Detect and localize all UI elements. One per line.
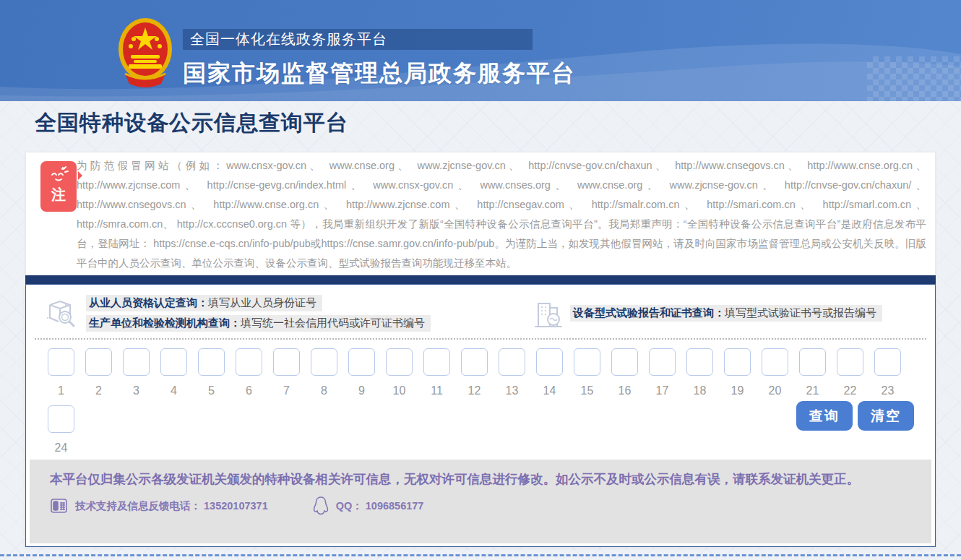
code-cell: 17 bbox=[649, 348, 676, 405]
code-cell: 2 bbox=[85, 348, 112, 405]
code-cell-number: 2 bbox=[85, 384, 112, 397]
pixel-cube-decoration bbox=[867, 56, 961, 101]
code-cell-number: 6 bbox=[236, 384, 262, 397]
code-cell: 16 bbox=[611, 348, 638, 405]
code-cell: 24 bbox=[48, 405, 74, 462]
code-cell-number: 5 bbox=[198, 384, 225, 397]
code-cell-number: 19 bbox=[724, 384, 751, 397]
code-cell-number: 12 bbox=[461, 384, 488, 397]
code-cell: 6 bbox=[236, 348, 262, 405]
code-input-box[interactable] bbox=[273, 348, 300, 376]
package-search-icon bbox=[44, 296, 77, 329]
qq-group: QQ： 1096856177 bbox=[313, 496, 424, 515]
code-cell-number: 7 bbox=[273, 384, 300, 397]
code-input-box[interactable] bbox=[48, 348, 74, 376]
equipment-query-instructions: 设备型式试验报告和证书查询：填写型式试验证书号或报告编号 bbox=[533, 296, 882, 329]
phone-label: 技术支持及信息反馈电话： bbox=[75, 499, 201, 513]
code-cell-number: 10 bbox=[386, 384, 413, 397]
code-input-box[interactable] bbox=[386, 348, 413, 376]
dotted-separator bbox=[35, 338, 926, 340]
code-input-box[interactable] bbox=[536, 348, 563, 376]
personnel-query-hint: 填写从业人员身份证号 bbox=[208, 296, 316, 309]
code-input-box[interactable] bbox=[48, 405, 74, 433]
anti-fake-notice-panel: 注 为防范假冒网站（例如：www.cnsx-gov.cn、 www.cnse.o… bbox=[25, 152, 936, 275]
code-cell: 4 bbox=[160, 348, 187, 405]
qq-penguin-icon bbox=[313, 496, 329, 515]
code-input-box[interactable] bbox=[874, 348, 901, 376]
code-input-box[interactable] bbox=[123, 348, 150, 376]
equipment-query-line: 设备型式试验报告和证书查询：填写型式试验证书号或报告编号 bbox=[570, 305, 882, 322]
code-cell: 3 bbox=[123, 348, 150, 405]
phone-number: 13520107371 bbox=[204, 500, 268, 512]
code-cell-number: 20 bbox=[762, 384, 788, 397]
code-input-box[interactable] bbox=[762, 348, 788, 376]
code-cell: 7 bbox=[273, 348, 300, 405]
code-input-box[interactable] bbox=[461, 348, 488, 376]
code-cell: 12 bbox=[461, 348, 488, 405]
personnel-query-instructions: 从业人员资格认定查询：填写从业人员身份证号 生产单位和检验检测机构查询：填写统一… bbox=[44, 295, 431, 332]
code-input-box[interactable] bbox=[686, 348, 713, 376]
query-instructions: 从业人员资格认定查询：填写从业人员身份证号 生产单位和检验检测机构查询：填写统一… bbox=[44, 290, 917, 335]
code-cell-number: 16 bbox=[611, 384, 638, 397]
disclaimer-footer: 本平台仅归集公示各级发证机关颁发的特种设备相关许可信息，无权对许可信息进行修改。… bbox=[30, 460, 931, 543]
code-cell: 9 bbox=[348, 348, 375, 405]
fax-phone-icon bbox=[50, 497, 68, 514]
code-cell-number: 21 bbox=[799, 384, 826, 397]
code-cell-number: 14 bbox=[536, 384, 563, 397]
unit-query-line: 生产单位和检验检测机构查询：填写统一社会信用代码或许可证书编号 bbox=[86, 315, 431, 332]
code-cell-number: 24 bbox=[48, 441, 74, 455]
clear-button[interactable]: 清空 bbox=[858, 401, 914, 431]
code-input-box[interactable] bbox=[649, 348, 676, 376]
code-input-box[interactable] bbox=[423, 348, 450, 376]
code-input-box[interactable] bbox=[160, 348, 187, 376]
notice-badge: 注 bbox=[40, 161, 77, 212]
wink-face-icon bbox=[48, 166, 69, 184]
site-header: 全国一体化在线政务服务平台 国家市场监督管理总局政务服务平台 bbox=[0, 0, 961, 101]
code-cell: 21 bbox=[799, 348, 826, 405]
code-cell: 19 bbox=[724, 348, 751, 405]
code-cell: 11 bbox=[423, 348, 450, 405]
code-cell: 8 bbox=[311, 348, 337, 405]
action-buttons: 查询 清空 bbox=[796, 401, 914, 431]
code-input-box[interactable] bbox=[499, 348, 525, 376]
code-cell-number: 1 bbox=[48, 384, 74, 397]
code-cell-number: 11 bbox=[423, 384, 450, 397]
code-input-box[interactable] bbox=[236, 348, 262, 376]
code-input-box[interactable] bbox=[348, 348, 375, 376]
personnel-query-line: 从业人员资格认定查询：填写从业人员身份证号 bbox=[86, 295, 322, 311]
code-input-box[interactable] bbox=[724, 348, 751, 376]
national-platform-tagline: 全国一体化在线政务服务平台 bbox=[183, 29, 533, 50]
code-cell-number: 3 bbox=[123, 384, 150, 397]
code-input-box[interactable] bbox=[85, 348, 112, 376]
query-panel: 从业人员资格认定查询：填写从业人员身份证号 生产单位和检验检测机构查询：填写统一… bbox=[25, 284, 936, 547]
bottom-dashed-divider bbox=[0, 554, 961, 556]
code-cell-number: 15 bbox=[574, 384, 600, 397]
code-cell: 22 bbox=[837, 348, 863, 405]
national-emblem-logo bbox=[118, 17, 173, 88]
code-cell: 20 bbox=[762, 348, 788, 405]
code-input-box[interactable] bbox=[198, 348, 225, 376]
code-cell: 10 bbox=[386, 348, 413, 405]
qq-number: 1096856177 bbox=[366, 500, 424, 512]
code-cell: 13 bbox=[499, 348, 525, 405]
code-input-box[interactable] bbox=[799, 348, 826, 376]
code-input-box[interactable] bbox=[311, 348, 337, 376]
code-cell-number: 22 bbox=[837, 384, 863, 397]
contact-row: 技术支持及信息反馈电话： 13520107371 QQ： 1096856177 bbox=[50, 496, 899, 515]
equipment-query-label: 设备型式试验报告和证书查询： bbox=[573, 306, 725, 319]
code-cell: 1 bbox=[48, 348, 74, 405]
code-input-box[interactable] bbox=[574, 348, 600, 376]
code-cell-number: 13 bbox=[499, 384, 525, 397]
code-input-grid: 123456789101112131415161718192021222324 bbox=[48, 348, 911, 462]
code-input-box[interactable] bbox=[837, 348, 863, 376]
code-cell: 18 bbox=[686, 348, 713, 405]
code-cell-number: 18 bbox=[686, 384, 713, 397]
code-input-box[interactable] bbox=[611, 348, 638, 376]
code-cell-number: 4 bbox=[160, 384, 187, 397]
building-check-icon bbox=[533, 296, 563, 329]
code-cell-number: 17 bbox=[649, 384, 676, 397]
site-title: 国家市场监督管理总局政务服务平台 bbox=[183, 58, 576, 90]
code-cell: 23 bbox=[874, 348, 901, 405]
search-button[interactable]: 查询 bbox=[796, 401, 853, 431]
unit-query-label: 生产单位和检验检测机构查询： bbox=[89, 316, 241, 329]
